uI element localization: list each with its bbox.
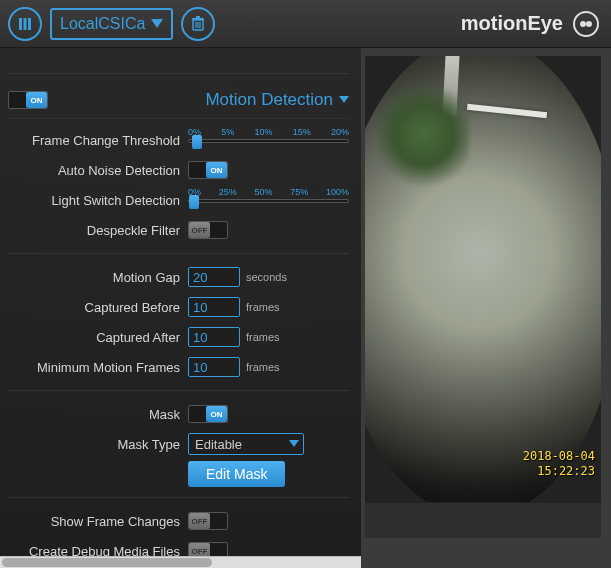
scrollbar-thumb[interactable] (2, 558, 212, 567)
owl-icon (573, 11, 599, 37)
row-despeckle-filter: Despeckle Filter OFF (8, 217, 349, 243)
row-show-frame-changes: Show Frame Changes OFF (8, 508, 349, 534)
app-title: motionEye (461, 12, 563, 35)
camera-select[interactable]: LocalCSICa (50, 8, 173, 40)
captured-after-input[interactable] (188, 327, 240, 347)
frame-change-threshold-slider[interactable]: 0% 5% 10% 15% 20% (188, 127, 349, 153)
horizontal-scrollbar[interactable] (0, 556, 361, 568)
toggle-state-label: ON (206, 406, 227, 422)
row-auto-noise-detection: Auto Noise Detection ON (8, 157, 349, 183)
label: Frame Change Threshold (8, 133, 188, 148)
unit: frames (246, 331, 280, 343)
slider-ticks: 0% 25% 50% 75% 100% (188, 187, 349, 197)
edit-mask-button[interactable]: Edit Mask (188, 461, 285, 487)
delete-camera-button[interactable] (181, 7, 215, 41)
auto-noise-detection-toggle[interactable]: ON (188, 161, 228, 179)
motion-gap-input[interactable] (188, 267, 240, 287)
label: Mask (8, 407, 188, 422)
camera-select-label: LocalCSICa (60, 15, 145, 33)
row-mask: Mask ON (8, 401, 349, 427)
row-mask-type: Mask Type Editable (8, 431, 349, 457)
mask-toggle[interactable]: ON (188, 405, 228, 423)
svg-marker-11 (289, 440, 299, 447)
motion-detection-toggle[interactable]: ON (8, 91, 48, 109)
row-min-motion-frames: Minimum Motion Frames frames (8, 354, 349, 380)
svg-rect-1 (24, 18, 27, 30)
camera-frame[interactable]: 2018-08-04 15:22:23 (365, 56, 601, 538)
unit: seconds (246, 271, 287, 283)
despeckle-filter-toggle[interactable]: OFF (188, 221, 228, 239)
chevron-down-icon (289, 439, 299, 450)
label: Motion Gap (8, 270, 188, 285)
camera-footer-bar (365, 502, 601, 538)
left-topbar: LocalCSICa (0, 0, 361, 48)
camera-timestamp: 2018-08-04 15:22:23 (523, 449, 595, 480)
light-switch-detection-slider[interactable]: 0% 25% 50% 75% 100% (188, 187, 349, 213)
label: Captured After (8, 330, 188, 345)
divider (8, 390, 349, 391)
divider (8, 497, 349, 498)
timestamp-time: 15:22:23 (523, 464, 595, 480)
row-light-switch-detection: Light Switch Detection 0% 25% 50% 75% 10… (8, 187, 349, 213)
svg-rect-5 (192, 18, 204, 20)
slider-ticks: 0% 5% 10% 15% 20% (188, 127, 349, 137)
min-motion-frames-input[interactable] (188, 357, 240, 377)
unit: frames (246, 301, 280, 313)
label: Auto Noise Detection (8, 163, 188, 178)
section-header-motion-detection[interactable]: ON Motion Detection (8, 84, 349, 119)
svg-rect-6 (196, 16, 200, 18)
toggle-state-label: OFF (189, 513, 210, 529)
divider (8, 253, 349, 254)
hamburger-icon (16, 15, 34, 33)
trash-icon (190, 16, 206, 32)
toggle-state-label: OFF (189, 222, 210, 238)
svg-rect-2 (28, 18, 31, 30)
row-captured-before: Captured Before frames (8, 294, 349, 320)
captured-before-input[interactable] (188, 297, 240, 317)
settings-panel: ON Motion Detection Frame Change Thresho… (0, 48, 361, 568)
previous-section-tail (8, 56, 349, 74)
label: Show Frame Changes (8, 514, 188, 529)
camera-container: 2018-08-04 15:22:23 (361, 48, 611, 568)
svg-rect-0 (19, 18, 22, 30)
chevron-down-icon (339, 94, 349, 106)
label: Light Switch Detection (8, 193, 188, 208)
menu-button[interactable] (8, 7, 42, 41)
right-topbar: motionEye (361, 0, 611, 48)
svg-marker-3 (151, 19, 163, 28)
label: Despeckle Filter (8, 223, 188, 238)
toggle-state-label: ON (26, 92, 47, 108)
row-motion-gap: Motion Gap seconds (8, 264, 349, 290)
chevron-down-icon (151, 15, 163, 33)
svg-marker-10 (339, 96, 349, 103)
timestamp-date: 2018-08-04 (523, 449, 595, 465)
toggle-state-label: ON (206, 162, 227, 178)
unit: frames (246, 361, 280, 373)
select-value: Editable (195, 437, 242, 452)
row-edit-mask: Edit Mask (8, 461, 349, 487)
label: Mask Type (8, 437, 188, 452)
row-frame-change-threshold: Frame Change Threshold 0% 5% 10% 15% 20% (8, 127, 349, 153)
section-title: Motion Detection (205, 90, 333, 110)
mask-type-select[interactable]: Editable (188, 433, 304, 455)
label: Captured Before (8, 300, 188, 315)
label: Minimum Motion Frames (8, 360, 188, 375)
show-frame-changes-toggle[interactable]: OFF (188, 512, 228, 530)
row-captured-after: Captured After frames (8, 324, 349, 350)
